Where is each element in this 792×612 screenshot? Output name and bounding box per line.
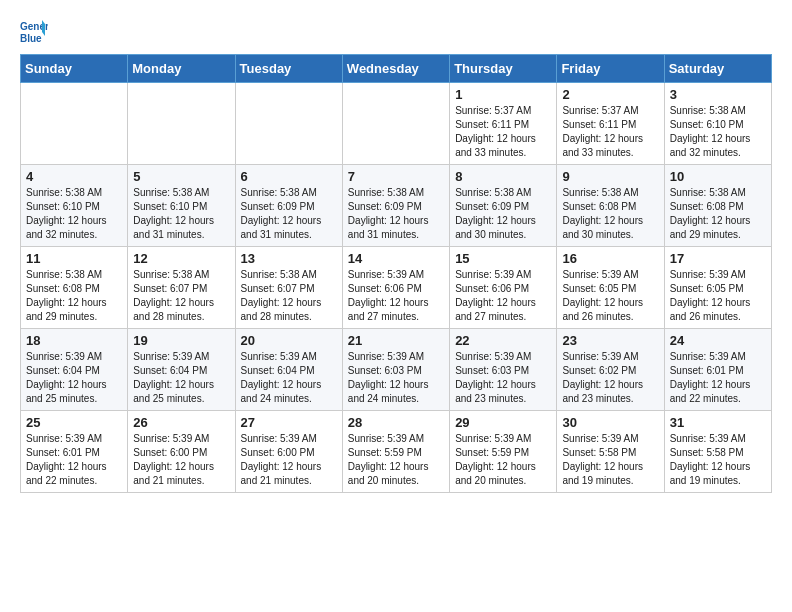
calendar-cell: 7Sunrise: 5:38 AM Sunset: 6:09 PM Daylig… <box>342 165 449 247</box>
day-number: 13 <box>241 251 337 266</box>
cell-info: Sunrise: 5:37 AM Sunset: 6:11 PM Dayligh… <box>562 105 643 158</box>
day-number: 3 <box>670 87 766 102</box>
day-number: 8 <box>455 169 551 184</box>
cell-info: Sunrise: 5:39 AM Sunset: 5:59 PM Dayligh… <box>455 433 536 486</box>
day-number: 16 <box>562 251 658 266</box>
calendar-cell: 3Sunrise: 5:38 AM Sunset: 6:10 PM Daylig… <box>664 83 771 165</box>
cell-info: Sunrise: 5:39 AM Sunset: 6:04 PM Dayligh… <box>241 351 322 404</box>
day-number: 6 <box>241 169 337 184</box>
day-header-monday: Monday <box>128 55 235 83</box>
day-number: 2 <box>562 87 658 102</box>
calendar-table: SundayMondayTuesdayWednesdayThursdayFrid… <box>20 54 772 493</box>
day-number: 24 <box>670 333 766 348</box>
calendar-cell: 30Sunrise: 5:39 AM Sunset: 5:58 PM Dayli… <box>557 411 664 493</box>
cell-info: Sunrise: 5:38 AM Sunset: 6:10 PM Dayligh… <box>26 187 107 240</box>
calendar-cell: 9Sunrise: 5:38 AM Sunset: 6:08 PM Daylig… <box>557 165 664 247</box>
svg-text:Blue: Blue <box>20 33 42 44</box>
cell-info: Sunrise: 5:39 AM Sunset: 6:05 PM Dayligh… <box>670 269 751 322</box>
calendar-cell: 29Sunrise: 5:39 AM Sunset: 5:59 PM Dayli… <box>450 411 557 493</box>
cell-info: Sunrise: 5:39 AM Sunset: 5:58 PM Dayligh… <box>562 433 643 486</box>
day-number: 25 <box>26 415 122 430</box>
day-number: 23 <box>562 333 658 348</box>
cell-info: Sunrise: 5:39 AM Sunset: 6:06 PM Dayligh… <box>455 269 536 322</box>
cell-info: Sunrise: 5:39 AM Sunset: 6:03 PM Dayligh… <box>348 351 429 404</box>
calendar-cell: 15Sunrise: 5:39 AM Sunset: 6:06 PM Dayli… <box>450 247 557 329</box>
day-number: 18 <box>26 333 122 348</box>
calendar-cell: 19Sunrise: 5:39 AM Sunset: 6:04 PM Dayli… <box>128 329 235 411</box>
day-number: 1 <box>455 87 551 102</box>
calendar-cell: 14Sunrise: 5:39 AM Sunset: 6:06 PM Dayli… <box>342 247 449 329</box>
calendar-cell: 31Sunrise: 5:39 AM Sunset: 5:58 PM Dayli… <box>664 411 771 493</box>
cell-info: Sunrise: 5:39 AM Sunset: 6:04 PM Dayligh… <box>133 351 214 404</box>
day-header-sunday: Sunday <box>21 55 128 83</box>
day-header-friday: Friday <box>557 55 664 83</box>
calendar-cell <box>235 83 342 165</box>
calendar-cell <box>342 83 449 165</box>
cell-info: Sunrise: 5:37 AM Sunset: 6:11 PM Dayligh… <box>455 105 536 158</box>
cell-info: Sunrise: 5:39 AM Sunset: 6:00 PM Dayligh… <box>241 433 322 486</box>
day-number: 4 <box>26 169 122 184</box>
calendar-cell: 24Sunrise: 5:39 AM Sunset: 6:01 PM Dayli… <box>664 329 771 411</box>
cell-info: Sunrise: 5:38 AM Sunset: 6:08 PM Dayligh… <box>562 187 643 240</box>
day-number: 10 <box>670 169 766 184</box>
calendar-cell: 28Sunrise: 5:39 AM Sunset: 5:59 PM Dayli… <box>342 411 449 493</box>
day-number: 14 <box>348 251 444 266</box>
cell-info: Sunrise: 5:39 AM Sunset: 6:00 PM Dayligh… <box>133 433 214 486</box>
calendar-cell: 16Sunrise: 5:39 AM Sunset: 6:05 PM Dayli… <box>557 247 664 329</box>
day-number: 26 <box>133 415 229 430</box>
calendar-cell: 11Sunrise: 5:38 AM Sunset: 6:08 PM Dayli… <box>21 247 128 329</box>
day-number: 9 <box>562 169 658 184</box>
logo: General Blue <box>20 18 52 46</box>
calendar-cell: 8Sunrise: 5:38 AM Sunset: 6:09 PM Daylig… <box>450 165 557 247</box>
cell-info: Sunrise: 5:39 AM Sunset: 6:03 PM Dayligh… <box>455 351 536 404</box>
calendar-cell <box>21 83 128 165</box>
calendar-cell: 5Sunrise: 5:38 AM Sunset: 6:10 PM Daylig… <box>128 165 235 247</box>
cell-info: Sunrise: 5:38 AM Sunset: 6:07 PM Dayligh… <box>133 269 214 322</box>
day-number: 31 <box>670 415 766 430</box>
cell-info: Sunrise: 5:38 AM Sunset: 6:10 PM Dayligh… <box>670 105 751 158</box>
calendar-cell: 2Sunrise: 5:37 AM Sunset: 6:11 PM Daylig… <box>557 83 664 165</box>
day-number: 17 <box>670 251 766 266</box>
calendar-cell: 27Sunrise: 5:39 AM Sunset: 6:00 PM Dayli… <box>235 411 342 493</box>
calendar-container: SundayMondayTuesdayWednesdayThursdayFrid… <box>0 54 792 503</box>
cell-info: Sunrise: 5:39 AM Sunset: 6:01 PM Dayligh… <box>670 351 751 404</box>
day-number: 19 <box>133 333 229 348</box>
day-number: 12 <box>133 251 229 266</box>
calendar-cell: 18Sunrise: 5:39 AM Sunset: 6:04 PM Dayli… <box>21 329 128 411</box>
day-number: 15 <box>455 251 551 266</box>
day-number: 5 <box>133 169 229 184</box>
calendar-cell: 17Sunrise: 5:39 AM Sunset: 6:05 PM Dayli… <box>664 247 771 329</box>
day-number: 11 <box>26 251 122 266</box>
calendar-cell: 21Sunrise: 5:39 AM Sunset: 6:03 PM Dayli… <box>342 329 449 411</box>
day-number: 20 <box>241 333 337 348</box>
calendar-cell <box>128 83 235 165</box>
day-number: 22 <box>455 333 551 348</box>
cell-info: Sunrise: 5:38 AM Sunset: 6:09 PM Dayligh… <box>455 187 536 240</box>
cell-info: Sunrise: 5:39 AM Sunset: 6:06 PM Dayligh… <box>348 269 429 322</box>
cell-info: Sunrise: 5:39 AM Sunset: 6:04 PM Dayligh… <box>26 351 107 404</box>
cell-info: Sunrise: 5:39 AM Sunset: 6:01 PM Dayligh… <box>26 433 107 486</box>
calendar-cell: 6Sunrise: 5:38 AM Sunset: 6:09 PM Daylig… <box>235 165 342 247</box>
day-header-tuesday: Tuesday <box>235 55 342 83</box>
calendar-cell: 13Sunrise: 5:38 AM Sunset: 6:07 PM Dayli… <box>235 247 342 329</box>
day-number: 7 <box>348 169 444 184</box>
cell-info: Sunrise: 5:38 AM Sunset: 6:07 PM Dayligh… <box>241 269 322 322</box>
day-header-wednesday: Wednesday <box>342 55 449 83</box>
calendar-cell: 22Sunrise: 5:39 AM Sunset: 6:03 PM Dayli… <box>450 329 557 411</box>
calendar-cell: 1Sunrise: 5:37 AM Sunset: 6:11 PM Daylig… <box>450 83 557 165</box>
day-number: 29 <box>455 415 551 430</box>
calendar-cell: 25Sunrise: 5:39 AM Sunset: 6:01 PM Dayli… <box>21 411 128 493</box>
cell-info: Sunrise: 5:38 AM Sunset: 6:08 PM Dayligh… <box>26 269 107 322</box>
calendar-cell: 12Sunrise: 5:38 AM Sunset: 6:07 PM Dayli… <box>128 247 235 329</box>
calendar-cell: 4Sunrise: 5:38 AM Sunset: 6:10 PM Daylig… <box>21 165 128 247</box>
day-header-saturday: Saturday <box>664 55 771 83</box>
day-number: 21 <box>348 333 444 348</box>
cell-info: Sunrise: 5:38 AM Sunset: 6:09 PM Dayligh… <box>241 187 322 240</box>
logo-icon: General Blue <box>20 18 48 46</box>
cell-info: Sunrise: 5:39 AM Sunset: 6:02 PM Dayligh… <box>562 351 643 404</box>
day-number: 30 <box>562 415 658 430</box>
calendar-cell: 20Sunrise: 5:39 AM Sunset: 6:04 PM Dayli… <box>235 329 342 411</box>
day-header-thursday: Thursday <box>450 55 557 83</box>
calendar-cell: 23Sunrise: 5:39 AM Sunset: 6:02 PM Dayli… <box>557 329 664 411</box>
calendar-cell: 26Sunrise: 5:39 AM Sunset: 6:00 PM Dayli… <box>128 411 235 493</box>
